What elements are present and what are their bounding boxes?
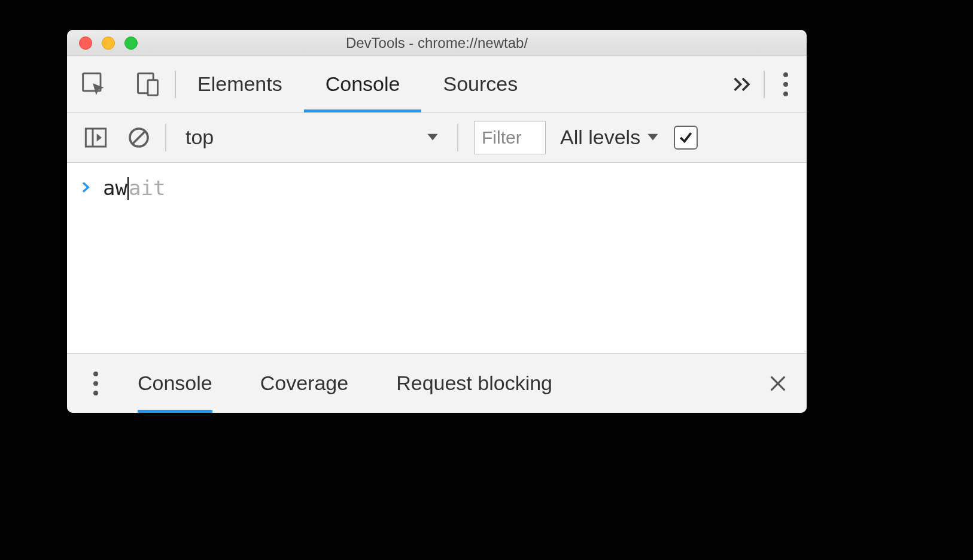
svg-rect-3: [86, 129, 105, 147]
execution-context-select[interactable]: top: [171, 118, 452, 157]
svg-rect-2: [148, 80, 158, 95]
main-toolbar: Elements Console Sources: [67, 56, 807, 112]
close-drawer-icon[interactable]: [760, 373, 796, 394]
chevron-down-icon: [425, 126, 440, 149]
inspect-element-icon[interactable]: [67, 56, 121, 112]
console-body[interactable]: await: [67, 163, 807, 353]
drawer-tab-label: Request blocking: [396, 372, 552, 395]
traffic-lights: [67, 36, 138, 50]
group-similar-checkbox[interactable]: [674, 126, 698, 150]
drawer-tab-console[interactable]: Console: [114, 354, 236, 413]
tab-console[interactable]: Console: [304, 56, 422, 112]
text-cursor: [127, 177, 129, 200]
levels-label: All levels: [560, 126, 640, 149]
separator: [457, 124, 458, 151]
clear-console-icon[interactable]: [117, 112, 160, 163]
close-window-button[interactable]: [79, 36, 92, 50]
window-title: DevTools - chrome://newtab/: [67, 35, 807, 51]
tab-label: Elements: [197, 72, 282, 96]
settings-menu-icon[interactable]: [765, 72, 807, 96]
tab-label: Sources: [443, 72, 518, 96]
console-prompt[interactable]: await: [80, 176, 793, 201]
device-toggle-icon[interactable]: [121, 56, 175, 112]
drawer-tab-request-blocking[interactable]: Request blocking: [372, 354, 576, 413]
drawer-tab-coverage[interactable]: Coverage: [236, 354, 372, 413]
drawer-tab-label: Console: [138, 372, 212, 395]
typed-text: aw: [103, 176, 127, 200]
console-input-line[interactable]: await: [103, 176, 165, 201]
tab-elements[interactable]: Elements: [176, 56, 304, 112]
chevron-down-icon: [645, 126, 661, 149]
minimize-window-button[interactable]: [102, 36, 115, 50]
autocomplete-suggestion: ait: [129, 176, 165, 200]
zoom-window-button[interactable]: [124, 36, 138, 50]
console-toolbar: top Filter All levels: [67, 112, 807, 163]
more-tabs-icon[interactable]: [722, 72, 764, 96]
toggle-sidebar-icon[interactable]: [74, 112, 117, 163]
drawer-menu-icon[interactable]: [78, 372, 114, 395]
tab-label: Console: [326, 72, 400, 96]
log-levels-select[interactable]: All levels: [560, 126, 661, 149]
filter-placeholder: Filter: [482, 127, 522, 148]
devtools-window: DevTools - chrome://newtab/ Elements Con…: [67, 30, 807, 413]
svg-line-6: [133, 132, 145, 144]
prompt-caret-icon: [80, 176, 92, 200]
drawer-tab-label: Coverage: [260, 372, 348, 395]
drawer: Console Coverage Request blocking: [67, 353, 807, 413]
drawer-tabs: Console Coverage Request blocking: [114, 354, 760, 413]
titlebar: DevTools - chrome://newtab/: [67, 30, 807, 56]
filter-input[interactable]: Filter: [474, 121, 546, 154]
context-value: top: [186, 126, 214, 149]
panel-tabs: Elements Console Sources: [176, 56, 722, 112]
tab-sources[interactable]: Sources: [421, 56, 539, 112]
separator: [165, 124, 166, 151]
